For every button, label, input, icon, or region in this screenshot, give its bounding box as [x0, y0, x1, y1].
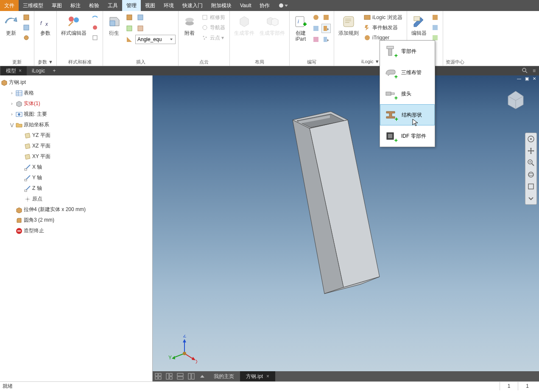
panel-menu-icon[interactable]: ≡ [530, 68, 538, 74]
author-sm-2[interactable] [321, 13, 331, 22]
svg-rect-68 [170, 373, 172, 376]
menu-item-3[interactable]: 检验 [85, 0, 103, 11]
menu-item-1[interactable]: 草图 [47, 0, 66, 11]
editor-button[interactable]: 编辑器 [410, 12, 428, 37]
tree-root[interactable]: 方钢.ipt [1, 77, 151, 88]
nav-more-icon[interactable] [527, 194, 535, 203]
popup-item-component[interactable]: + 零部件 [380, 41, 435, 62]
svg-point-54 [528, 174, 533, 176]
expand-icon[interactable]: › [9, 112, 14, 117]
angle-combo[interactable]: Angle_equ [135, 35, 176, 44]
add-rule-button[interactable]: 添加规则 [337, 12, 360, 37]
expand-icon[interactable]: ⋁ [9, 122, 14, 127]
panel-tab-ilogic[interactable]: iLogic [27, 66, 50, 75]
tree-node[interactable]: XY 平面 [1, 151, 151, 162]
minimize-icon[interactable]: — [516, 76, 522, 82]
tree-node[interactable]: YZ 平面 [1, 130, 151, 141]
tile-1-icon[interactable] [153, 371, 164, 381]
create-ipart-button[interactable]: i 创建 iPart [292, 12, 309, 43]
menu-item-9[interactable]: 附加模块 [207, 0, 236, 11]
zoom-icon[interactable] [527, 158, 535, 167]
attach-button[interactable]: 附着 [181, 12, 198, 37]
insert-sm-3[interactable] [125, 24, 134, 33]
orbit-icon[interactable] [527, 170, 535, 179]
view-cube[interactable] [503, 86, 528, 111]
group-label-params[interactable]: 参数 ▼ [37, 58, 54, 66]
doctab-home[interactable]: 我的主页 [208, 371, 240, 381]
menu-item-10[interactable]: Vault [236, 0, 255, 11]
doctab-0[interactable]: 方钢.ipt× [240, 371, 275, 381]
tree-node[interactable]: Y 轴 [1, 172, 151, 183]
tree-node[interactable]: X 轴 [1, 162, 151, 172]
update-sm-3[interactable] [22, 33, 31, 42]
update-sm-1[interactable] [22, 13, 31, 22]
svg-point-22 [313, 15, 318, 20]
style-sm-2[interactable] [90, 23, 100, 32]
menu-item-11[interactable]: 协作 [255, 0, 274, 11]
tree-node[interactable]: 原点 [1, 194, 151, 204]
menu-file[interactable]: 文件 [0, 0, 19, 11]
tree-node[interactable]: ›表格 [1, 88, 151, 98]
tree-node[interactable]: ⋁原始坐标系 [1, 120, 151, 130]
event-triggers-row[interactable]: 事件触发器 [362, 22, 404, 33]
search-icon[interactable] [522, 67, 528, 74]
update-sm-2[interactable] [22, 23, 31, 32]
ilogic-browser-row[interactable]: iLogic 浏览器 [362, 12, 404, 22]
collapse-up-icon[interactable] [197, 371, 208, 381]
tree-node[interactable]: 圆角3 (2 mm) [1, 215, 151, 225]
tree-node[interactable]: ›视图: 主要 [1, 109, 151, 120]
tree-node[interactable]: XZ 平面 [1, 141, 151, 151]
menu-item-6[interactable]: 视图 [141, 0, 159, 11]
panel-tab-add[interactable]: + [50, 68, 58, 74]
viewport[interactable]: — ▣ ✕ [153, 75, 539, 381]
menu-item-7[interactable]: 环境 [159, 0, 178, 11]
tile-2-icon[interactable] [164, 371, 175, 381]
close-icon[interactable]: × [19, 68, 22, 74]
tree-node[interactable]: 拉伸4 (新建实体 x 200 mm) [1, 204, 151, 215]
svg-text:f: f [40, 20, 42, 26]
editor-sm-2[interactable] [430, 23, 440, 32]
insert-sm-4[interactable] [136, 24, 145, 33]
popup-item-connector[interactable]: + 接头 [380, 83, 435, 104]
lookat-icon[interactable] [527, 182, 535, 191]
style-sm-1[interactable] [90, 13, 100, 22]
style-sm-3[interactable] [90, 33, 100, 42]
editor-sm-1[interactable] [430, 13, 440, 22]
insert-sm-1[interactable] [125, 13, 134, 22]
tree-node[interactable]: Z 轴 [1, 183, 151, 194]
params-button[interactable]: fx 参数 [37, 12, 54, 37]
nav-wheel-icon[interactable] [527, 135, 535, 143]
update-button[interactable]: 更新 [3, 12, 20, 37]
author-sm-1[interactable] [311, 13, 321, 22]
tree-node[interactable]: 造型终止 [1, 225, 151, 236]
menu-item-5[interactable]: 管理 [122, 0, 141, 11]
tile-3-icon[interactable] [175, 371, 186, 381]
popup-item-structural[interactable]: + 结构形状 [380, 104, 435, 125]
record-button[interactable] [274, 0, 293, 11]
pan-icon[interactable] [527, 147, 535, 155]
svg-rect-30 [414, 17, 420, 21]
menu-item-4[interactable]: 工具 [103, 0, 122, 11]
close-icon[interactable]: ✕ [531, 76, 537, 82]
popup-item-idf[interactable]: + IDF 零部件 [380, 125, 435, 147]
derive-button[interactable]: 衍生 [106, 12, 123, 37]
insert-sm-2[interactable] [136, 13, 145, 22]
expand-icon[interactable]: › [9, 91, 14, 95]
menu-item-0[interactable]: 三维模型 [19, 0, 47, 11]
expand-icon[interactable]: › [9, 101, 14, 106]
author-dropdown-1[interactable] [321, 24, 331, 33]
maximize-icon[interactable]: ▣ [524, 76, 530, 82]
tile-4-icon[interactable] [186, 371, 197, 381]
author-sm-3[interactable] [311, 24, 321, 33]
author-sm-5[interactable] [311, 35, 321, 44]
panel-tab-model[interactable]: 模型× [1, 66, 27, 75]
menu-item-2[interactable]: 标注 [66, 0, 85, 11]
author-dropdown-2[interactable] [321, 35, 331, 44]
popup-item-tube[interactable]: + 三维布管 [380, 62, 435, 83]
svg-rect-65 [155, 377, 158, 379]
style-editor-button[interactable]: 样式编辑器 [59, 12, 88, 37]
close-icon[interactable]: × [266, 373, 269, 379]
insert-angle-icon[interactable] [125, 35, 134, 44]
tree-node[interactable]: ›实体(1) [1, 98, 151, 109]
menu-item-8[interactable]: 快速入门 [178, 0, 207, 11]
